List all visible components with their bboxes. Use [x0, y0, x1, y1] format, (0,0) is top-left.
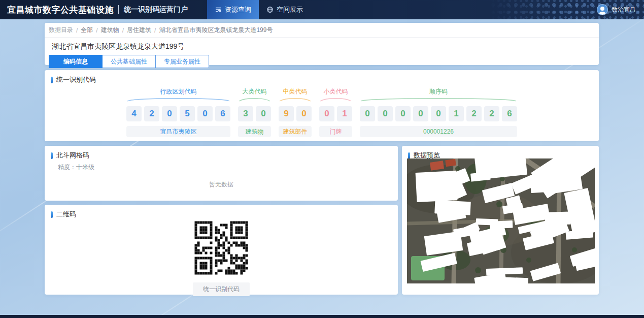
list-search-icon	[215, 6, 222, 13]
empty-data-text: 暂无数据	[45, 180, 398, 189]
person-avatar-icon	[597, 4, 608, 15]
breadcrumb-item[interactable]: 建筑物	[101, 26, 119, 35]
tab-label: 专属业务属性	[164, 57, 200, 66]
code-digit: 0	[296, 106, 312, 121]
code-digit: 5	[180, 106, 195, 121]
code-group-label: 小类代码	[319, 87, 352, 96]
code-group-value: 建筑部件	[279, 126, 312, 137]
code-digit: 4	[126, 106, 142, 121]
breadcrumb-item[interactable]: 全部	[81, 26, 93, 35]
footer-bar	[0, 315, 644, 318]
brace-decoration	[360, 97, 517, 102]
code-digit: 0	[413, 106, 428, 121]
tab-exclusive-business-attributes[interactable]: 专属业务属性	[155, 55, 209, 68]
digit-row: 01	[319, 106, 352, 121]
digit-row: 000001226	[360, 106, 517, 121]
breadcrumb-separator: /	[96, 27, 97, 34]
section-marker-icon	[408, 152, 410, 159]
code-group-label: 中类代码	[279, 87, 312, 96]
code-digit: 0	[378, 106, 393, 121]
brace-decoration	[126, 97, 230, 102]
portal-subtitle: 统一识别码运营门户	[118, 5, 188, 14]
section-title: 二维码	[56, 210, 76, 219]
code-group-value: 宜昌市夷陵区	[126, 126, 230, 137]
brand-area: 宜昌城市数字公共基础设施 统一识别码运营门户	[0, 4, 188, 16]
section-marker-icon	[51, 152, 53, 159]
code-display: 行政区划代码 420506 宜昌市夷陵区 大类代码 30 建筑物 中类代码 90…	[126, 87, 517, 137]
tab-label: 编码信息	[63, 57, 88, 66]
code-digit: 0	[256, 106, 271, 121]
qr-code-image	[192, 219, 250, 279]
code-digit: 9	[279, 106, 294, 121]
brace-decoration	[279, 97, 312, 102]
code-digit: 0	[431, 106, 446, 121]
globe-icon	[266, 6, 274, 13]
code-group-minor-class: 小类代码 01 门牌	[319, 87, 352, 137]
user-name: 数治宜昌	[612, 6, 636, 14]
data-preview-panel: 数据预览	[402, 146, 599, 295]
code-digit: 6	[502, 106, 517, 121]
unified-code-panel: 统一识别代码 行政区划代码 420506 宜昌市夷陵区 大类代码 30 建筑物 …	[45, 70, 599, 141]
section-title: 北斗网格码	[56, 151, 89, 160]
code-group-label: 大类代码	[238, 87, 271, 96]
code-group-admin-division: 行政区划代码 420506 宜昌市夷陵区	[126, 87, 230, 137]
code-group-label: 顺序码	[360, 87, 517, 96]
code-digit: 0	[162, 106, 177, 121]
precision-label: 精度：十米级	[58, 163, 94, 172]
code-digit: 2	[484, 106, 499, 121]
top-navigation: 资源查询 空间展示	[207, 0, 311, 19]
beidou-grid-panel: 北斗网格码 精度：十米级 暂无数据	[45, 146, 398, 201]
tab-public-basic-attributes[interactable]: 公共基础属性	[102, 55, 156, 68]
breadcrumb-item[interactable]: 居住建筑	[127, 26, 151, 35]
digit-row: 30	[238, 106, 271, 121]
tab-coding-info[interactable]: 编码信息	[49, 55, 103, 68]
breadcrumb-separator: /	[154, 27, 156, 34]
qr-caption: 统一识别代码	[193, 282, 250, 296]
qr-area: 统一识别代码	[192, 219, 250, 296]
breadcrumb-separator: /	[122, 27, 124, 34]
digit-row: 90	[279, 106, 312, 121]
nav-tab-label: 空间展示	[277, 5, 303, 14]
qrcode-panel: 二维码 统一识别代码	[45, 205, 398, 295]
section-header: 北斗网格码	[51, 151, 89, 160]
code-digit: 2	[466, 106, 482, 121]
tab-label: 公共基础属性	[111, 57, 147, 66]
breadcrumb: 数据目录 / 全部 / 建筑物 / 居住建筑 / 湖北省宜昌市夷陵区龙泉镇龙泉大…	[45, 23, 599, 38]
code-digit: 0	[395, 106, 411, 121]
code-digit: 6	[215, 106, 230, 121]
code-digit: 0	[319, 106, 334, 121]
nav-tab-spatial-display[interactable]: 空间展示	[259, 0, 311, 19]
aerial-preview-image	[407, 158, 595, 283]
detail-tabs: 编码信息 公共基础属性 专属业务属性	[45, 51, 599, 68]
code-group-label: 行政区划代码	[126, 87, 230, 96]
code-group-middle-class: 中类代码 90 建筑部件	[279, 87, 312, 137]
top-header-bar: 宜昌城市数字公共基础设施 统一识别码运营门户 资源查询 空间展示 数治宜昌	[0, 0, 644, 19]
breadcrumb-item-current: 湖北省宜昌市夷陵区龙泉镇龙泉大道199号	[159, 26, 273, 35]
code-group-value: 000001226	[360, 126, 517, 137]
code-digit: 0	[360, 106, 375, 121]
section-header: 统一识别代码	[51, 75, 96, 84]
code-group-major-class: 大类代码 30 建筑物	[238, 87, 271, 137]
code-group-sequence: 顺序码 000001226 000001226	[360, 87, 517, 137]
breadcrumb-item[interactable]: 数据目录	[49, 26, 73, 35]
code-digit: 1	[449, 106, 464, 121]
brace-decoration	[319, 97, 352, 102]
section-marker-icon	[51, 77, 53, 83]
detail-header-panel: 数据目录 / 全部 / 建筑物 / 居住建筑 / 湖北省宜昌市夷陵区龙泉镇龙泉大…	[45, 23, 599, 65]
nav-tab-resource-query[interactable]: 资源查询	[207, 0, 259, 19]
section-marker-icon	[51, 211, 53, 218]
code-digit: 2	[144, 106, 159, 121]
code-digit: 1	[337, 106, 352, 121]
code-digit: 3	[238, 106, 253, 121]
code-digit: 0	[197, 106, 213, 121]
breadcrumb-separator: /	[76, 27, 78, 34]
user-account-chip[interactable]: 数治宜昌	[597, 0, 636, 19]
section-title: 统一识别代码	[56, 75, 96, 84]
section-header: 二维码	[51, 210, 76, 219]
page-title: 湖北省宜昌市夷陵区龙泉镇龙泉大道199号	[45, 38, 599, 51]
code-group-value: 门牌	[319, 126, 352, 137]
brand-title: 宜昌城市数字公共基础设施	[7, 4, 114, 16]
nav-tab-label: 资源查询	[225, 5, 251, 14]
digit-row: 420506	[126, 106, 230, 121]
code-group-value: 建筑物	[238, 126, 271, 137]
